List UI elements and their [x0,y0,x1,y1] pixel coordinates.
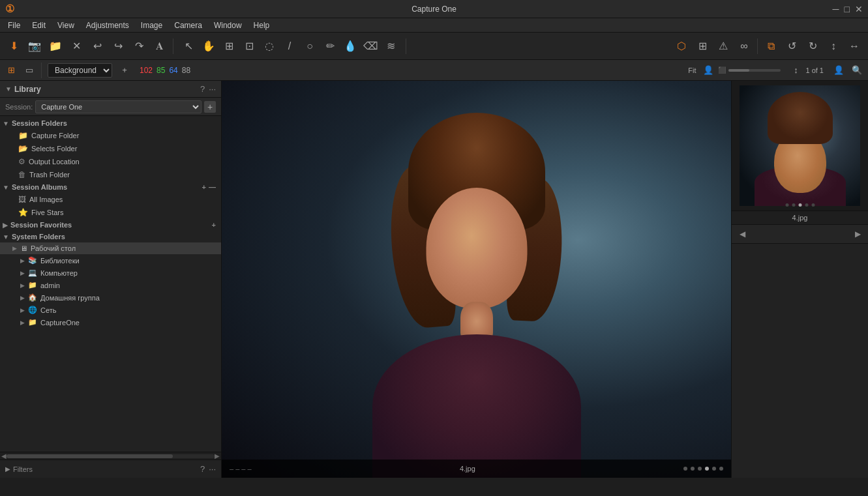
library-help-button[interactable]: ? [200,84,205,94]
menu-file[interactable]: File [3,20,25,31]
all-images-item[interactable]: 🖼 All Images [0,193,221,206]
export-button[interactable]: ⬡ [672,36,691,56]
canvas-dot-5[interactable] [712,467,716,471]
session-folders-header[interactable]: ▼ Session Folders [0,117,221,129]
dropper-tool[interactable]: 💧 [340,36,360,56]
thumb-dot-4[interactable] [805,203,808,207]
homegroup-item[interactable]: ▶ 🏠 Домашняя группа [0,291,221,304]
trash-folder-label: Trash Folder [29,171,70,179]
ellipse-tool[interactable]: ○ [300,36,320,56]
filters-help-button[interactable]: ? [200,464,205,474]
canvas-dot-1[interactable] [683,467,687,471]
thumb-dot-2[interactable] [792,203,795,207]
albums-add-button[interactable]: + [202,183,206,191]
canvas-dot-4[interactable] [705,467,709,471]
session-favorites-header[interactable]: ▶ Session Favorites + [0,219,221,231]
mirror-button[interactable]: ↔ [845,36,864,56]
right-prev-button[interactable]: ◀ [734,226,750,242]
right-next-button[interactable]: ▶ [850,226,865,242]
canvas-dot-2[interactable] [691,467,695,471]
computer-item[interactable]: ▶ 💻 Компьютер [0,267,221,279]
homegroup-expand: ▶ [18,294,26,302]
five-stars-item[interactable]: ⭐ Five Stars [0,206,221,219]
selects-folder-item[interactable]: 📂 Selects Folder [0,142,221,155]
erase-tool[interactable]: ⌫ [361,36,380,56]
trash-folder-item[interactable]: 🗑 Trash Folder [0,168,221,181]
delete-button[interactable]: ✕ [67,36,86,56]
capture-folder-item[interactable]: 📁 Capture Folder [0,129,221,142]
desktop-expand: ▶ [10,244,18,252]
view-grid-button[interactable]: ⊞ [3,62,20,79]
thumb-dot-3[interactable] [798,203,801,207]
thumb-dot-1[interactable] [785,203,788,207]
cursor-tool[interactable]: ↖ [179,36,198,56]
canvas-dot-3[interactable] [698,467,702,471]
redo-button[interactable]: ↷ [129,36,149,56]
menu-adjustments[interactable]: Adjustments [81,20,134,31]
lasso-tool[interactable]: ◌ [260,36,279,56]
system-folders-header[interactable]: ▼ System Folders [0,231,221,242]
grid-button[interactable]: ⊞ [693,36,712,56]
session-dropdown[interactable]: Capture One [35,100,202,113]
menu-camera[interactable]: Camera [169,20,207,31]
brush-tool[interactable]: ✏ [320,36,340,56]
network-item[interactable]: ▶ 🌐 Сеть [0,304,221,316]
user-button[interactable]: 👤 [830,62,847,79]
focus-button[interactable]: ∞ [734,36,754,56]
text-button[interactable]: 𝐀 [150,36,170,56]
crop-tool[interactable]: ⊞ [219,36,239,56]
line-tool[interactable]: / [280,36,299,56]
rotate-right-button[interactable]: ↻ [803,36,822,56]
menu-image[interactable]: Image [136,20,168,31]
histogram-button[interactable]: ↕ [787,62,804,79]
scroll-right-btn[interactable]: ▶ [215,452,220,460]
rotate-left-button[interactable]: ↺ [782,36,801,56]
desktop-item[interactable]: ▶ 🖥 Рабочий стол [0,242,221,254]
portrait-face [426,188,527,308]
person-view-button[interactable]: 👤 [700,62,717,79]
scroll-left-btn[interactable]: ◀ [1,452,7,460]
view-single-button[interactable]: ▭ [21,62,38,79]
fit-label: Fit [688,66,696,74]
filters-menu-button[interactable]: ··· [209,464,216,474]
search-button[interactable]: 🔍 [848,62,865,79]
canvas-dot-6[interactable] [719,467,723,471]
captureone-item[interactable]: ▶ 📁 CaptureOne [0,316,221,328]
flip-button[interactable]: ↕ [824,36,843,56]
undo-button[interactable]: ↩ [87,36,107,56]
output-location-item[interactable]: ⚙ Output Location [0,155,221,168]
main-layout: ▼ Library ? ··· Session: Capture One + ▼… [0,81,868,478]
menu-help[interactable]: Help [248,20,275,31]
session-label: Session: [5,103,33,111]
bg-settings-button[interactable]: + [116,62,133,79]
capture-button[interactable]: 📷 [25,36,44,56]
main-toolbar: ⬇ 📷 📁 ✕ ↩ ↪ ↷ 𝐀 ↖ ✋ ⊞ ⊡ ◌ / ○ ✏ 💧 ⌫ ≋ ⬡ … [0,33,868,60]
thumb-dot-5[interactable] [811,203,815,207]
h-scrollbar[interactable] [7,454,215,458]
session-albums-header[interactable]: ▼ Session Albums + — [0,181,221,193]
close-button[interactable]: ✕ [855,4,863,14]
transform-tool[interactable]: ⊡ [239,36,259,56]
menu-edit[interactable]: Edit [27,20,51,31]
menu-window[interactable]: Window [209,20,247,31]
pan-tool[interactable]: ✋ [199,36,218,56]
thumbnail-area [732,81,868,211]
folder-button[interactable]: 📁 [46,36,65,56]
session-add-button[interactable]: + [204,101,216,113]
warning-button[interactable]: ⚠ [713,36,733,56]
favorites-add-button[interactable]: + [212,221,216,229]
homegroup-label: Домашняя группа [40,294,100,302]
library-menu-button[interactable]: ··· [209,84,216,94]
albums-remove-button[interactable]: — [209,183,216,191]
admin-item[interactable]: ▶ 📁 admin [0,279,221,291]
maximize-button[interactable]: □ [845,4,850,14]
undo2-button[interactable]: ↪ [108,36,128,56]
minimize-button[interactable]: ─ [833,4,839,14]
gradient-tool[interactable]: ≋ [381,36,400,56]
import-button[interactable]: ⬇ [4,36,23,56]
zoom-slider[interactable] [728,69,781,72]
compare-button[interactable]: ⧉ [761,36,781,56]
background-select[interactable]: Background [48,63,112,78]
libraries-item[interactable]: ▶ 📚 Библиотеки [0,254,221,267]
menu-view[interactable]: View [52,20,80,31]
